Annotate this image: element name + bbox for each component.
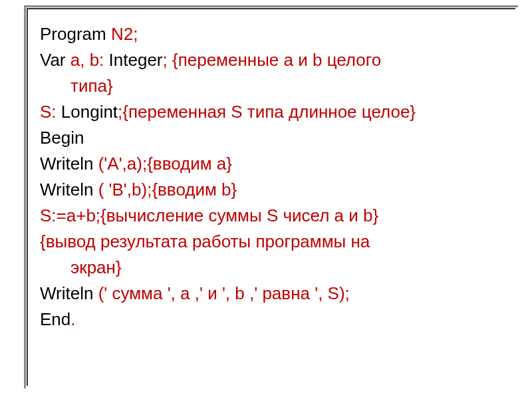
code-token: Integer	[109, 50, 163, 70]
code-token: ('A',a);{вводим a}	[93, 154, 232, 174]
code-token: Var	[40, 50, 66, 70]
code-token: Writeln	[40, 180, 93, 200]
code-line: Begin	[40, 125, 512, 151]
code-line: экран}	[40, 255, 512, 281]
code-token: S:	[40, 102, 61, 122]
decorative-border-top	[27, 8, 515, 9]
code-token: S:=a+b;{вычисление суммы S чисел a и b}	[40, 205, 378, 225]
code-token: экран}	[70, 257, 122, 277]
code-token: Writeln	[40, 283, 93, 303]
code-line: Var a, b: Integer; {переменные a и b цел…	[40, 47, 512, 73]
code-token: a, b:	[66, 50, 109, 70]
code-line: S:=a+b;{вычисление суммы S чисел a и b}	[40, 203, 512, 229]
code-token: ; {переменные a и b целого	[163, 50, 382, 70]
code-token: End	[40, 309, 70, 329]
code-token: {вывод результата работы программы на	[40, 231, 370, 251]
code-line: S: Longint;{переменная S типа длинное це…	[40, 99, 512, 125]
decorative-shadow-left	[24, 5, 26, 388]
code-line: Writeln ('A',a);{вводим a}	[40, 151, 512, 177]
code-token: Begin	[40, 128, 84, 148]
code-token: ;{переменная S типа длинное целое}	[118, 102, 416, 122]
code-token: типа}	[70, 76, 113, 96]
code-token: Longint	[61, 102, 118, 122]
code-token: .	[70, 309, 75, 329]
code-content: Program N2;Var a, b: Integer; {переменны…	[40, 13, 512, 332]
code-line: Program N2;	[40, 21, 512, 47]
code-line: End.	[40, 307, 512, 332]
slide-container: Program N2;Var a, b: Integer; {переменны…	[0, 0, 532, 399]
decorative-border-left	[27, 8, 28, 386]
decorative-shadow-top	[24, 5, 518, 7]
code-token: Program	[40, 24, 106, 44]
code-token: Writeln	[40, 154, 93, 174]
code-token: ( 'B',b);{вводим b}	[93, 180, 237, 200]
code-line: Writeln (' сумма ', a ,' и ', b ,' равна…	[40, 281, 512, 307]
code-token: N2;	[106, 24, 138, 44]
code-token: (' сумма ', a ,' и ', b ,' равна ', S);	[93, 283, 349, 303]
code-line: Writeln ( 'B',b);{вводим b}	[40, 177, 512, 203]
code-line: типа}	[40, 73, 512, 99]
code-line: {вывод результата работы программы на	[40, 229, 512, 255]
